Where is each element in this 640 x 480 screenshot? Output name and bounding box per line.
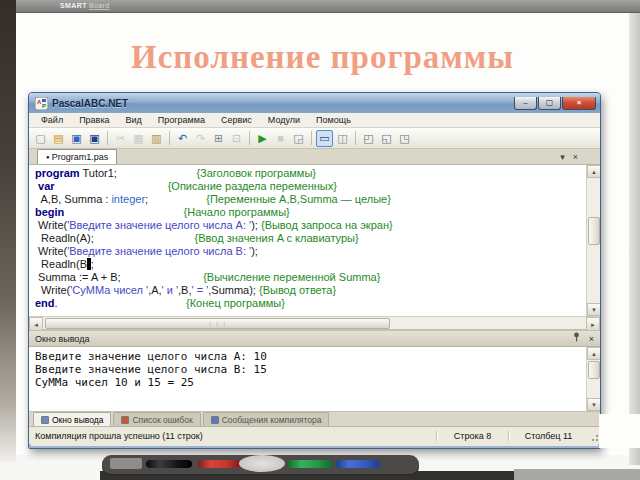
stop-icon[interactable]: ■ (272, 130, 289, 147)
code-text: program Tutor1; {Заголовок программы} va… (35, 167, 393, 310)
undo-icon[interactable]: ↶ (174, 130, 191, 147)
green-pen (288, 460, 332, 468)
close-button[interactable]: × (562, 97, 596, 110)
pascalabc-icon: A P (35, 97, 48, 110)
code-line: begin {Начало программы} (35, 206, 393, 219)
code-line: Summa := A + B; {Вычисление переменной S… (35, 271, 393, 284)
code-editor[interactable]: program Tutor1; {Заголовок программы} va… (29, 165, 600, 317)
form-designer-icon[interactable]: ⊞ (210, 130, 227, 147)
tile-horizontal-icon[interactable]: ◱ (378, 130, 395, 147)
tab-list-dropdown-icon[interactable]: ▾ (560, 150, 565, 164)
save-icon[interactable]: ▣ (68, 130, 85, 147)
error-list-icon (121, 416, 129, 424)
menu-service[interactable]: Сервис (213, 115, 260, 125)
editor-horizontal-scrollbar[interactable]: ◄ ⋮⋮⋮ ► (29, 317, 600, 331)
code-line: Readln(A); {Ввод значения A с клавиатуры… (35, 232, 393, 245)
menu-file[interactable]: Файл (33, 115, 71, 125)
tab-label: Список ошибок (132, 415, 192, 425)
output-text: Введите значение целого числа A: 10Введи… (35, 350, 267, 389)
output-close-icon[interactable]: × (589, 332, 594, 346)
bottom-tab-bar: Окно выводаСписок ошибокСообщения компил… (29, 412, 600, 427)
scroll-right-icon[interactable]: ► (586, 317, 600, 331)
output-window-icon (41, 416, 49, 424)
whiteboard-photo: SMARTBoard Исполнение программы A P Pasc… (0, 0, 640, 480)
redo-icon[interactable]: ↷ (192, 130, 209, 147)
output-line: Введите значение целого числа A: 10 (35, 350, 267, 363)
output-scroll-down-icon[interactable]: ▼ (587, 398, 600, 411)
toolbar-separator (249, 131, 250, 145)
menu-program[interactable]: Программа (150, 115, 213, 125)
pen-tray-right-arm (514, 469, 640, 480)
board-left-edge (0, 0, 16, 462)
pin-icon[interactable] (573, 332, 580, 346)
toolbar-separator (355, 131, 356, 145)
new-file-icon[interactable]: ▢ (32, 130, 49, 147)
scroll-up-icon[interactable]: ▲ (587, 165, 600, 178)
tab-close-icon[interactable]: × (573, 150, 578, 164)
tile-vertical-icon[interactable]: ◳ (396, 130, 413, 147)
cut-icon[interactable]: ✂ (112, 130, 129, 147)
minimize-button[interactable]: – (514, 97, 537, 110)
cascade-windows-icon[interactable]: ◰ (360, 130, 377, 147)
scroll-left-icon[interactable]: ◄ (29, 317, 43, 331)
toolbar-separator (107, 131, 108, 145)
compiler-messages-icon (211, 416, 219, 424)
eraser (239, 455, 285, 472)
menu-modules[interactable]: Модули (260, 115, 308, 125)
editor-vscroll-thumb[interactable] (588, 217, 600, 245)
output-line: Введите значение целого числа B: 15 (35, 363, 267, 376)
output-panel-title: Окно вывода (35, 334, 89, 344)
tab-label: Окно вывода (52, 415, 103, 425)
tab-program1[interactable]: ● Program1.pas (37, 149, 117, 164)
paste-icon[interactable]: ▥ (148, 130, 165, 147)
pascalabc-window: A P PascalABC.NET – ▢ × ФайлПравкаВидПро… (28, 92, 601, 449)
show-output-window-icon[interactable]: ▭ (316, 130, 333, 147)
compile-status-message: Компиляция прошла успешно (11 строк) (29, 431, 436, 441)
window-titlebar[interactable]: A P PascalABC.NET – ▢ × (29, 93, 600, 113)
code-line: end. {Конец программы} (35, 297, 393, 310)
code-line: Write('Введите значение целого числа B: … (35, 245, 393, 258)
output-vertical-scrollbar[interactable]: ▲ ▼ (586, 347, 600, 411)
toolbar-separator (311, 131, 312, 145)
tab-error-list[interactable]: Список ошибок (113, 412, 200, 426)
editor-hscroll-thumb[interactable]: ⋮⋮⋮ (45, 318, 390, 329)
run-icon[interactable]: ▶ (254, 130, 271, 147)
red-pen (198, 460, 240, 468)
compile-icon[interactable]: ◲ (290, 130, 307, 147)
code-line: A,B, Summa : integer; {Переменные A,B,Su… (35, 193, 393, 206)
menu-view[interactable]: Вид (118, 115, 150, 125)
maximize-button[interactable]: ▢ (538, 97, 561, 110)
tab-compiler-messages[interactable]: Сообщения компилятора (203, 412, 330, 426)
save-all-icon[interactable]: ▣ (86, 130, 103, 147)
menu-bar: ФайлПравкаВидПрограммаСервисМодулиПомощь (29, 113, 600, 128)
watch-window-icon[interactable]: ◫ (334, 130, 351, 147)
modified-dot: ● (46, 150, 50, 165)
menu-edit[interactable]: Правка (71, 115, 117, 125)
svg-text:P: P (42, 103, 46, 109)
scroll-down-icon[interactable]: ▼ (587, 303, 600, 316)
menu-help[interactable]: Помощь (308, 115, 359, 125)
debug-window-icon[interactable]: ⊡ (228, 130, 245, 147)
cursor-line-indicator: Строка 8 (436, 431, 508, 441)
output-vscroll-thumb[interactable] (588, 361, 600, 379)
output-panel[interactable]: Введите значение целого числа A: 10Введи… (29, 347, 600, 412)
code-line: Write('СуММа чисел ',A,' и ',B,' = ',Sum… (35, 284, 393, 297)
window-title: PascalABC.NET (52, 98, 514, 109)
toolbar: ▢▤▣▣✂▦▥↶↷⊞⊡▶■◲▭◫◰◱◳ (29, 128, 600, 149)
output-scroll-up-icon[interactable]: ▲ (587, 347, 600, 360)
window-controls: – ▢ × (514, 97, 596, 110)
cursor-column-indicator: Столбец 11 (508, 431, 588, 441)
black-pen (146, 460, 192, 468)
editor-vertical-scrollbar[interactable]: ▲ ▼ (586, 165, 600, 316)
slide-background: Исполнение программы A P PascalABC.NET –… (16, 13, 629, 455)
tab-output-window[interactable]: Окно вывода (33, 412, 111, 426)
code-line: Write('Введите значение целого числа A: … (35, 219, 393, 232)
code-line: program Tutor1; {Заголовок программы} (35, 167, 393, 180)
board-top-frame: SMARTBoard (0, 0, 640, 13)
tab-label: Program1.pas (52, 150, 109, 165)
smartboard-logo: SMARTBoard (60, 2, 110, 9)
open-file-icon[interactable]: ▤ (50, 130, 67, 147)
copy-icon[interactable]: ▦ (130, 130, 147, 147)
output-line: СуММа чисел 10 и 15 = 25 (35, 376, 267, 389)
code-line: Readln(B); (35, 258, 393, 271)
